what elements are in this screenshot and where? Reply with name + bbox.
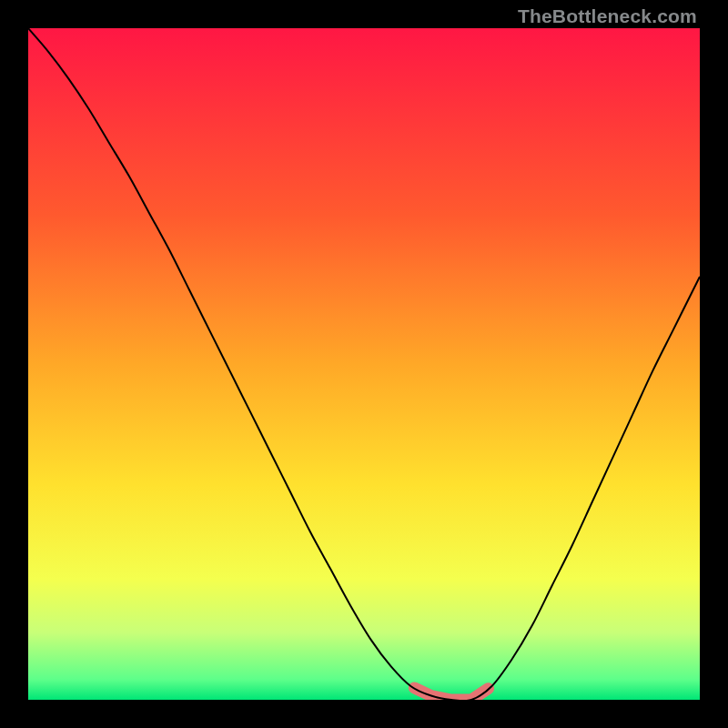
chart-svg	[28, 28, 700, 700]
watermark-label: TheBottleneck.com	[518, 5, 697, 27]
gradient-background	[28, 28, 700, 700]
plot-area	[28, 28, 700, 700]
chart-frame: TheBottleneck.com	[0, 0, 728, 728]
